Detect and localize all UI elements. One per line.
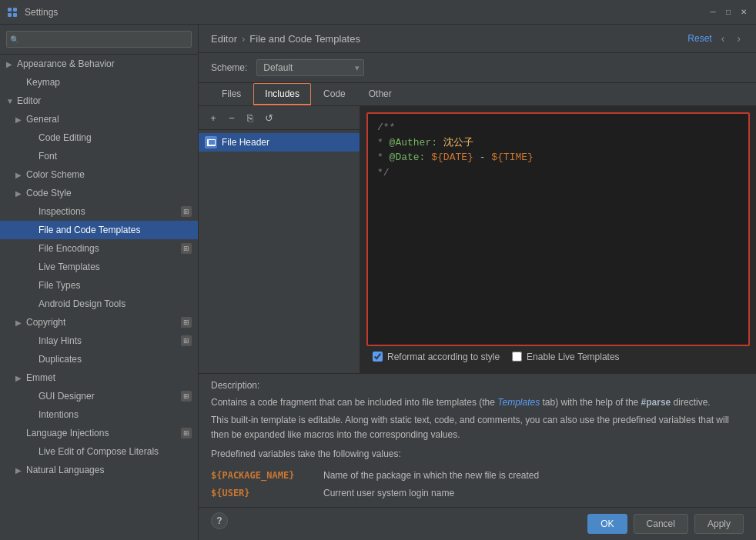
help-button[interactable]: ? [211,512,228,529]
sidebar-item-natural-languages[interactable]: ▶ Natural Languages [0,461,198,479]
predefined-vars: ${PACKAGE_NAME} Name of the package in w… [211,468,744,501]
sidebar-item-editor[interactable]: ▼ Editor [0,92,198,110]
sidebar-item-label: Live Templates [38,262,100,272]
sidebar-item-color-scheme[interactable]: ▶ Color Scheme [0,165,198,184]
tab-includes[interactable]: Includes [253,83,311,105]
sidebar-item-duplicates[interactable]: Duplicates [0,350,198,368]
sidebar-item-label: Inlay Hints [38,335,82,346]
svg-rect-1 [13,8,17,12]
scheme-select[interactable]: Default Project [256,59,364,76]
code-date-tag: @Date: [390,152,426,163]
var-row-package: ${PACKAGE_NAME} Name of the package in w… [211,468,744,483]
reset-link[interactable]: Reset [687,33,711,44]
sidebar-item-general[interactable]: ▶ General [0,110,198,128]
sidebar-item-label: Color Scheme [26,169,85,180]
sidebar-item-inspections[interactable]: Inspections ⊞ [0,202,198,221]
description-text: Contains a code fragment that can be inc… [211,395,744,501]
maximize-button[interactable]: □ [722,6,734,18]
code-comment-open: /** [377,122,395,133]
sidebar-item-file-code-templates[interactable]: File and Code Templates [0,221,198,239]
sidebar-item-label: Keymap [26,77,60,88]
sidebar-item-label: Code Style [26,188,72,198]
code-time-var: ${TIME} [491,152,534,163]
predefined-header: Predefined variables take the following … [211,447,744,462]
template-list: + − ⎘ ↺ File Header [199,106,360,373]
enable-live-label: Enable Live Templates [527,352,620,362]
enable-live-checkbox[interactable] [512,352,522,362]
main-container: ▶ Appearance & Behavior Keymap ▼ Editor … [0,25,756,540]
tab-other[interactable]: Other [358,84,403,105]
scheme-select-wrap: Default Project [256,59,364,76]
var-desc-user: Current user system login name [323,486,454,501]
tab-files[interactable]: Files [211,84,252,105]
sidebar-item-live-templates[interactable]: Live Templates [0,258,198,276]
title-bar: Settings ─ □ ✕ [0,0,756,25]
sidebar-item-label: Emmet [26,372,55,383]
arrow-icon: ▶ [15,466,26,475]
sidebar-item-intentions[interactable]: Intentions [0,405,198,424]
copy-template-button[interactable]: ⎘ [242,109,259,126]
sidebar-item-label: Android Design Tools [38,298,125,309]
sidebar-item-label: Appearance & Behavior [17,58,115,69]
breadcrumb-separator: › [242,33,245,45]
var-name-package: ${PACKAGE_NAME} [211,468,311,483]
minimize-button[interactable]: ─ [707,6,719,18]
sidebar-item-label: Intentions [38,409,79,420]
sidebar-item-language-injections[interactable]: Language Injections ⊞ [0,424,198,442]
sidebar-item-appearance[interactable]: ▶ Appearance & Behavior [0,55,198,73]
var-desc-package: Name of the package in which the new fil… [323,468,539,483]
sidebar-item-live-edit-compose[interactable]: Live Edit of Compose Literals [0,442,198,461]
arrow-icon: ▶ [6,60,17,68]
search-wrap [6,31,192,48]
sidebar-item-keymap[interactable]: Keymap [0,73,198,92]
apply-button[interactable]: Apply [694,514,744,534]
enable-live-checkbox-wrap[interactable]: Enable Live Templates [512,352,620,362]
ok-button[interactable]: OK [587,514,627,534]
sidebar-item-file-types[interactable]: File Types [0,276,198,295]
arrow-icon: ▶ [15,189,26,198]
settings-tree: ▶ Appearance & Behavior Keymap ▼ Editor … [0,55,198,540]
lang-inject-badge: ⊞ [181,428,192,438]
reset-template-button[interactable]: ↺ [260,109,277,126]
code-asterisk-2: * [377,152,390,163]
template-item-file-header[interactable]: File Header [199,133,360,152]
reformat-checkbox-wrap[interactable]: Reformat according to style [373,352,500,362]
arrow-icon: ▼ [6,97,17,105]
inspections-badge: ⊞ [181,206,192,217]
add-template-button[interactable]: + [205,109,222,126]
search-input[interactable] [6,31,192,48]
code-auther-value: 沈公子 [437,137,473,148]
remove-template-button[interactable]: − [223,109,240,126]
cancel-button[interactable]: Cancel [634,514,688,534]
breadcrumb: Editor › File and Code Templates [211,33,360,45]
file-encodings-badge: ⊞ [181,243,192,254]
sidebar-item-copyright[interactable]: ▶ Copyright ⊞ [0,313,198,332]
tab-code[interactable]: Code [313,84,356,105]
bottom-bar: ? OK Cancel Apply [199,507,756,540]
close-button[interactable]: ✕ [738,6,750,18]
sidebar-item-font[interactable]: Font [0,147,198,165]
breadcrumb-parent: Editor [211,33,237,45]
svg-rect-2 [8,13,12,17]
sidebar-item-code-style[interactable]: ▶ Code Style [0,184,198,202]
sidebar-item-gui-designer[interactable]: GUI Designer ⊞ [0,387,198,405]
description-label: Description: [211,380,744,391]
sidebar-item-file-encodings[interactable]: File Encodings ⊞ [0,239,198,258]
template-items: File Header [199,130,360,373]
sidebar-item-inlay-hints[interactable]: Inlay Hints ⊞ [0,332,198,350]
sidebar-item-code-editing[interactable]: Code Editing [0,128,198,147]
parse-directive: #parse [641,397,671,408]
nav-forward-button[interactable]: › [734,31,744,46]
content-header: Editor › File and Code Templates Reset ‹… [199,25,756,53]
var-row-user: ${USER} Current user system login name [211,486,744,501]
code-editor[interactable]: /** * @Auther: 沈公子 * @Date: ${DATE} - ${… [366,112,750,346]
content-area: Editor › File and Code Templates Reset ‹… [199,25,756,540]
scheme-row: Scheme: Default Project [199,53,756,83]
nav-back-button[interactable]: ‹ [718,31,728,46]
sidebar-item-emmet[interactable]: ▶ Emmet [0,368,198,387]
sidebar-item-label: Editor [17,95,41,106]
sidebar-item-android-design-tools[interactable]: Android Design Tools [0,295,198,313]
sidebar-item-label: General [26,114,59,125]
description-area: Description: Contains a code fragment th… [199,373,756,507]
reformat-checkbox[interactable] [373,352,383,362]
